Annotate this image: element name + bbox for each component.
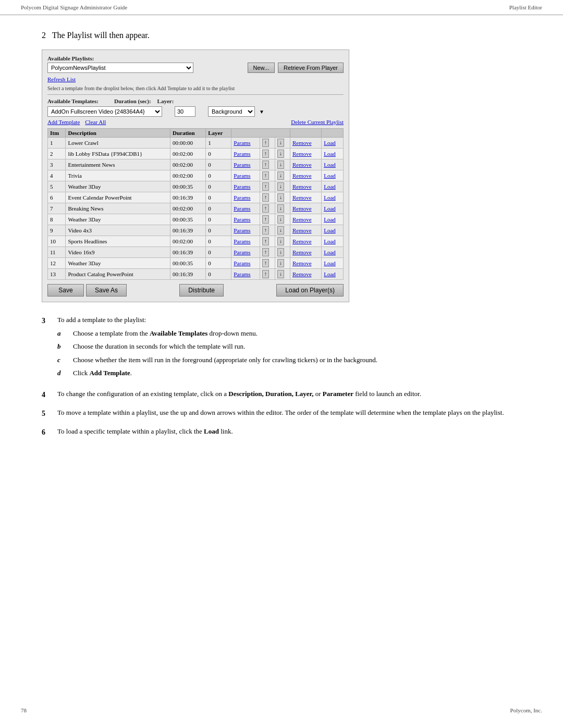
row-remove[interactable]: Remove: [290, 138, 321, 149]
load-link[interactable]: Load: [324, 140, 336, 146]
remove-link[interactable]: Remove: [292, 194, 312, 201]
row-up[interactable]: ↑: [260, 170, 275, 181]
row-params[interactable]: Params: [231, 159, 260, 170]
params-link[interactable]: Params: [234, 216, 250, 223]
row-up[interactable]: ↑: [260, 138, 275, 149]
row-up[interactable]: ↑: [260, 214, 275, 225]
remove-link[interactable]: Remove: [292, 151, 312, 157]
params-link[interactable]: Params: [234, 162, 250, 168]
row-up[interactable]: ↑: [260, 159, 275, 170]
row-remove[interactable]: Remove: [290, 236, 321, 247]
params-link[interactable]: Params: [234, 194, 250, 201]
row-load[interactable]: Load: [322, 138, 344, 149]
params-link[interactable]: Params: [234, 151, 250, 157]
params-link[interactable]: Params: [234, 249, 250, 255]
remove-link[interactable]: Remove: [292, 172, 312, 179]
row-params[interactable]: Params: [231, 214, 260, 225]
row-remove[interactable]: Remove: [290, 192, 321, 203]
params-link[interactable]: Params: [234, 205, 250, 212]
row-down[interactable]: ↓: [275, 258, 290, 269]
row-remove[interactable]: Remove: [290, 258, 321, 269]
row-params[interactable]: Params: [231, 225, 260, 236]
row-down[interactable]: ↓: [275, 138, 290, 149]
row-remove[interactable]: Remove: [290, 214, 321, 225]
row-params[interactable]: Params: [231, 203, 260, 214]
clear-all-link[interactable]: Clear All: [85, 119, 106, 125]
down-arrow-button[interactable]: ↓: [277, 204, 284, 213]
row-load[interactable]: Load: [322, 225, 344, 236]
down-arrow-button[interactable]: ↓: [277, 226, 284, 235]
down-arrow-button[interactable]: ↓: [277, 237, 284, 245]
row-load[interactable]: Load: [322, 258, 344, 269]
up-arrow-button[interactable]: ↑: [262, 150, 269, 158]
load-link[interactable]: Load: [324, 260, 336, 266]
down-arrow-button[interactable]: ↓: [277, 139, 284, 147]
new-button[interactable]: New...: [248, 63, 275, 73]
row-down[interactable]: ↓: [275, 170, 290, 181]
up-arrow-button[interactable]: ↑: [262, 171, 269, 180]
row-load[interactable]: Load: [322, 192, 344, 203]
load-link[interactable]: Load: [324, 183, 336, 190]
add-template-link[interactable]: Add Template: [47, 119, 80, 125]
down-arrow-button[interactable]: ↓: [277, 182, 284, 191]
row-load[interactable]: Load: [322, 149, 344, 159]
row-remove[interactable]: Remove: [290, 170, 321, 181]
duration-input[interactable]: [175, 106, 195, 117]
load-link[interactable]: Load: [324, 162, 336, 168]
params-link[interactable]: Params: [234, 271, 250, 277]
down-arrow-button[interactable]: ↓: [277, 270, 284, 278]
load-link[interactable]: Load: [324, 249, 336, 255]
row-remove[interactable]: Remove: [290, 203, 321, 214]
remove-link[interactable]: Remove: [292, 140, 312, 146]
down-arrow-button[interactable]: ↓: [277, 150, 284, 158]
row-params[interactable]: Params: [231, 247, 260, 258]
params-link[interactable]: Params: [234, 183, 250, 190]
up-arrow-button[interactable]: ↑: [262, 204, 269, 213]
row-up[interactable]: ↑: [260, 258, 275, 269]
up-arrow-button[interactable]: ↑: [262, 237, 269, 245]
load-on-players-button[interactable]: Load on Player(s): [276, 284, 344, 297]
remove-link[interactable]: Remove: [292, 227, 312, 233]
row-load[interactable]: Load: [322, 236, 344, 247]
row-up[interactable]: ↑: [260, 225, 275, 236]
row-params[interactable]: Params: [231, 181, 260, 192]
row-down[interactable]: ↓: [275, 225, 290, 236]
down-arrow-button[interactable]: ↓: [277, 193, 284, 202]
row-params[interactable]: Params: [231, 236, 260, 247]
up-arrow-button[interactable]: ↑: [262, 226, 269, 235]
load-link[interactable]: Load: [324, 271, 336, 277]
row-params[interactable]: Params: [231, 192, 260, 203]
up-arrow-button[interactable]: ↑: [262, 248, 269, 256]
up-arrow-button[interactable]: ↑: [262, 161, 269, 169]
row-down[interactable]: ↓: [275, 159, 290, 170]
params-link[interactable]: Params: [234, 140, 250, 146]
load-link[interactable]: Load: [324, 172, 336, 179]
remove-link[interactable]: Remove: [292, 162, 312, 168]
row-down[interactable]: ↓: [275, 214, 290, 225]
load-link[interactable]: Load: [324, 227, 336, 233]
load-link[interactable]: Load: [324, 151, 336, 157]
down-arrow-button[interactable]: ↓: [277, 161, 284, 169]
row-down[interactable]: ↓: [275, 192, 290, 203]
template-select[interactable]: AddOn Fullscreen Video {248364A4}: [47, 106, 162, 117]
remove-link[interactable]: Remove: [292, 205, 312, 212]
load-link[interactable]: Load: [324, 216, 336, 223]
row-up[interactable]: ↑: [260, 192, 275, 203]
row-down[interactable]: ↓: [275, 236, 290, 247]
params-link[interactable]: Params: [234, 172, 250, 179]
remove-link[interactable]: Remove: [292, 249, 312, 255]
row-params[interactable]: Params: [231, 258, 260, 269]
down-arrow-button[interactable]: ↓: [277, 248, 284, 256]
row-params[interactable]: Params: [231, 149, 260, 159]
row-up[interactable]: ↑: [260, 247, 275, 258]
distribute-button[interactable]: Distribute: [179, 284, 224, 297]
row-remove[interactable]: Remove: [290, 247, 321, 258]
row-load[interactable]: Load: [322, 214, 344, 225]
row-up[interactable]: ↑: [260, 236, 275, 247]
delete-current-playlist-link[interactable]: Delete Current Playlist: [291, 119, 344, 125]
row-down[interactable]: ↓: [275, 203, 290, 214]
remove-link[interactable]: Remove: [292, 260, 312, 266]
retrieve-from-player-button[interactable]: Retrieve From Player: [278, 63, 344, 73]
up-arrow-button[interactable]: ↑: [262, 259, 269, 267]
row-params[interactable]: Params: [231, 269, 260, 280]
